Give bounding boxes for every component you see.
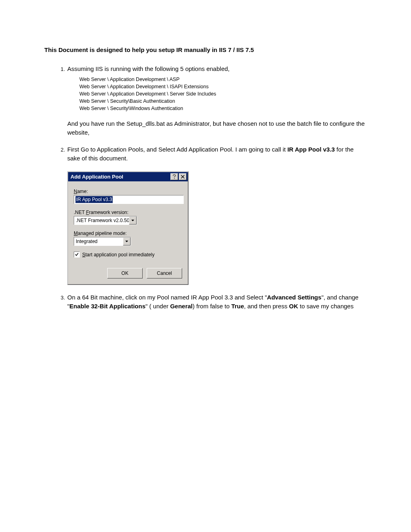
dialog-buttons: OK Cancel [74,268,182,278]
start-immediately-row[interactable]: Start application pool immediately [74,251,182,258]
iis-option: Web Server \ Application Development \ S… [79,90,367,98]
step1-after: And you have run the Setup_dlls.bat as A… [67,119,367,137]
pipeline-dropdown[interactable]: Integrated [74,237,131,246]
framework-value: .NET Framework v2.0.50727 [74,218,129,223]
iis-option: Web Server \ Application Development \ A… [79,76,367,83]
pipeline-label: Managed pipeline mode: [74,231,182,236]
chevron-down-icon[interactable] [129,216,137,224]
dialog-client: Name: IR App Pool v3.3 .NET Framework ve… [68,181,188,284]
step3-text: On a 64 Bit machine, click on my Pool na… [67,293,367,311]
help-icon[interactable] [170,173,178,180]
iis-options-block: Web Server \ Application Development \ A… [79,76,367,112]
ordered-steps: Assuming IIS is running with the followi… [44,64,367,311]
step-3: On a 64 Bit machine, click on my Pool na… [66,293,367,311]
name-input-value: IR App Pool v3.3 [75,196,113,203]
dialog-title: Add Application Pool [71,174,170,180]
iis-option: Web Server \ Application Development \ I… [79,83,367,90]
dialog-titlebar[interactable]: Add Application Pool [68,172,188,181]
close-icon[interactable] [179,173,187,180]
iis-option: Web Server \ Security\Windows Authentica… [79,105,367,112]
start-immediately-label: Start application pool immediately [82,252,154,258]
cancel-button[interactable]: Cancel [147,268,182,278]
framework-label: .NET Framework version: [74,210,182,215]
name-input[interactable]: IR App Pool v3.3 [74,195,184,204]
step-2: First Go to Application Pools, and Selec… [66,145,367,285]
step1-intro: Assuming IIS is running with the followi… [67,64,367,73]
chevron-down-icon[interactable] [123,237,131,245]
step-1: Assuming IIS is running with the followi… [66,64,367,137]
doc-title: This Document is designed to help you se… [44,46,367,53]
document-page: This Document is designed to help you se… [0,0,411,335]
add-app-pool-dialog: Add Application Pool Name: I [67,171,189,285]
step2-text: First Go to Application Pools, and Selec… [67,145,367,163]
start-immediately-checkbox[interactable] [74,251,80,258]
framework-dropdown[interactable]: .NET Framework v2.0.50727 [74,216,137,225]
pipeline-value: Integrated [74,239,123,244]
ok-button[interactable]: OK [107,268,143,278]
name-label: Name: [74,189,182,194]
iis-option: Web Server \ Security\Basic Authenticati… [79,98,367,105]
